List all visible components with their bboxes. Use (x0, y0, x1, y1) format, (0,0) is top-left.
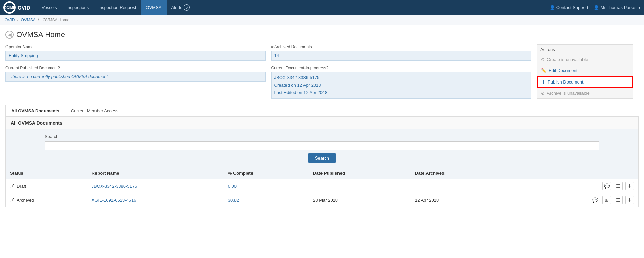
nav-inspection-request[interactable]: Inspection Request (93, 0, 141, 15)
table-row: 🖊 Archived XGIE-1691-6523-4616 30.82 28 … (6, 193, 638, 207)
info-col-left: Operator Name Entity Shipping Current Pu… (5, 44, 271, 99)
row2-grid-icon[interactable]: ⊞ (602, 196, 611, 204)
row2-date-published: 28 Mar 2018 (309, 193, 411, 207)
archived-docs-label: # Archived Documents (271, 44, 532, 49)
row2-date-archived: 12 Apr 2018 (411, 193, 507, 207)
nav-items: Vessels Inspections Inspection Request O… (37, 0, 550, 15)
col-pct-complete: % Complete (224, 168, 309, 179)
operator-name-label: Operator Name (5, 44, 266, 49)
alerts-badge: 0 (184, 4, 190, 11)
info-col-middle: # Archived Documents 14 Current Document… (271, 44, 537, 99)
search-button[interactable]: Search (308, 153, 336, 163)
row1-pct-link[interactable]: 0.00 (228, 184, 237, 189)
current-published-label: Current Published Document? (5, 66, 266, 70)
row2-list-icon[interactable]: ☰ (614, 196, 623, 204)
row2-report-link[interactable]: XGIE-1691-6523-4616 (92, 198, 136, 203)
actions-panel: Actions ⊘ Create is unavailable ✏️ Edit … (537, 44, 633, 99)
row1-date-archived (411, 179, 507, 193)
nav-alerts[interactable]: Alerts 0 (167, 0, 194, 15)
row1-status-icon: 🖊 (10, 183, 15, 189)
documents-table: Status Report Name % Complete Date Publi… (6, 168, 638, 207)
create-unavailable-icon: ⊘ (541, 57, 545, 62)
brand-name: OVID (18, 5, 30, 11)
support-icon: 👤 (550, 5, 555, 10)
row2-report-name: XGIE-1691-6523-4616 (88, 193, 224, 207)
breadcrumb-ovmsa[interactable]: OVMSA (21, 18, 35, 22)
table-section: All OVMSA Documents Search Search Status… (5, 116, 639, 207)
breadcrumb: OVID / OVMSA / OVMSA Home (0, 15, 644, 25)
nav-vessels[interactable]: Vessels (37, 0, 62, 15)
row2-status-label: Archived (17, 198, 34, 203)
row1-status-label: Draft (17, 184, 26, 189)
breadcrumb-ovid[interactable]: OVID (5, 18, 15, 22)
row2-download-icon[interactable]: ⬇ (625, 196, 634, 204)
row1-report-link[interactable]: JBOX-3342-3386-5175 (92, 184, 137, 189)
user-icon: 👤 (594, 5, 599, 10)
row1-list-icon[interactable]: ☰ (614, 182, 623, 190)
current-inprogress-label: Current Document-in-progress? (271, 66, 532, 70)
navbar-right: 👤 Contact Support 👤 Mr Thomas Parker ▾ (550, 5, 641, 10)
col-status: Status (6, 168, 88, 179)
action-archive: ⊘ Archive is unavailable (537, 88, 633, 98)
row2-action-icons: 💬 ⊞ ☰ ⬇ (507, 193, 638, 207)
brand[interactable]: OCIMF OVID (3, 1, 30, 14)
row1-chat-icon[interactable]: 💬 (602, 182, 611, 190)
action-create: ⊘ Create is unavailable (537, 54, 633, 65)
info-col-actions: Actions ⊘ Create is unavailable ✏️ Edit … (537, 44, 639, 99)
edit-icon: ✏️ (541, 68, 546, 73)
user-menu[interactable]: 👤 Mr Thomas Parker ▾ (594, 5, 641, 10)
col-actions-header (507, 168, 638, 179)
current-inprogress-value: JBOX-3342-3386-5175 Created on 12 Apr 20… (271, 72, 532, 99)
current-published-value: - there is no currently published OVMSA … (5, 72, 266, 82)
publish-icon: ⬆ (542, 79, 545, 85)
tab-current-member[interactable]: Current Member Access (65, 105, 124, 116)
row2-pct-complete: 30.82 (224, 193, 309, 207)
search-area: Search Search (6, 129, 638, 168)
col-report-name: Report Name (88, 168, 224, 179)
svg-text:OCIMF: OCIMF (4, 6, 15, 10)
page-title-row: ◀ OVMSA Home (5, 30, 639, 39)
search-input[interactable] (45, 141, 599, 150)
contact-support-link[interactable]: 👤 Contact Support (550, 5, 588, 10)
info-grid: Operator Name Entity Shipping Current Pu… (5, 44, 639, 99)
col-date-archived: Date Archived (411, 168, 507, 179)
archived-docs-value: 14 (271, 51, 532, 61)
page-content: ◀ OVMSA Home Operator Name Entity Shippi… (0, 25, 644, 212)
row2-pct-link[interactable]: 30.82 (228, 198, 239, 203)
row2-chat-icon[interactable]: 💬 (591, 196, 599, 204)
row1-action-icons: 💬 ☰ ⬇ (507, 179, 638, 193)
tabs-bar: All OVMSA Documents Current Member Acces… (5, 105, 639, 116)
action-edit[interactable]: ✏️ Edit Document (537, 65, 633, 76)
col-date-published: Date Published (309, 168, 411, 179)
table-section-title: All OVMSA Documents (6, 117, 638, 129)
archive-unavailable-icon: ⊘ (541, 91, 545, 96)
row1-download-icon[interactable]: ⬇ (625, 182, 634, 190)
action-publish[interactable]: ⬆ Publish Document (537, 76, 633, 88)
brand-logo: OCIMF (3, 1, 16, 14)
nav-inspections[interactable]: Inspections (62, 0, 94, 15)
row1-status: 🖊 Draft (6, 179, 88, 193)
navbar: OCIMF OVID Vessels Inspections Inspectio… (0, 0, 644, 15)
actions-title: Actions (537, 45, 633, 54)
breadcrumb-current: OVMSA Home (43, 18, 69, 22)
row2-status-icon: 🖊 (10, 197, 15, 203)
operator-name-value: Entity Shipping (5, 51, 266, 61)
back-button[interactable]: ◀ (5, 31, 14, 39)
page-title: OVMSA Home (16, 30, 65, 39)
search-label: Search (45, 134, 599, 139)
search-row: Search (11, 134, 633, 150)
row1-report-name: JBOX-3342-3386-5175 (88, 179, 224, 193)
tab-all-ovmsa[interactable]: All OVMSA Documents (5, 105, 65, 116)
table-header-row: Status Report Name % Complete Date Publi… (6, 168, 638, 179)
nav-ovmsa[interactable]: OVMSA (141, 0, 167, 15)
row2-status: 🖊 Archived (6, 193, 88, 207)
chevron-down-icon: ▾ (638, 5, 641, 10)
table-row: 🖊 Draft JBOX-3342-3386-5175 0.00 (6, 179, 638, 193)
row1-date-published (309, 179, 411, 193)
row1-pct-complete: 0.00 (224, 179, 309, 193)
